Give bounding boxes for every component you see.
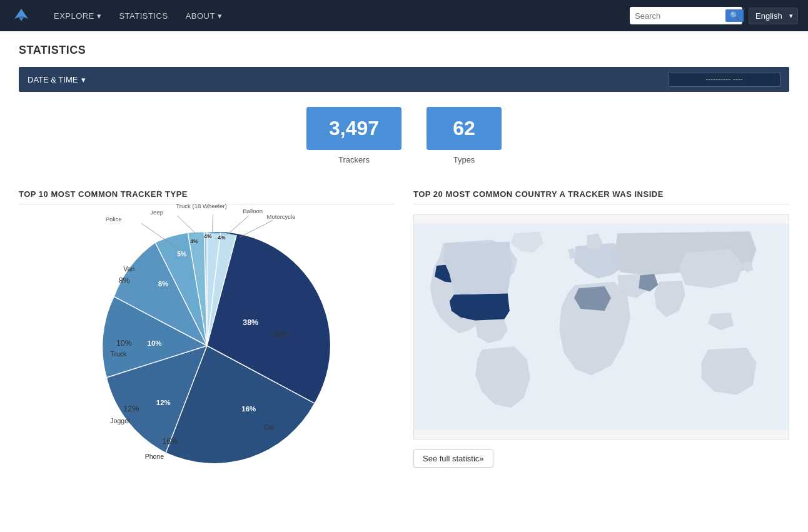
- pie-pct-balloon: 4%: [218, 234, 226, 241]
- china: [679, 249, 743, 288]
- date-time-bar: DATE & TIME ▾: [19, 67, 789, 92]
- plane-icon: [10, 4, 33, 27]
- pie-label-jogger: 12%: [123, 404, 139, 413]
- nav-explore[interactable]: EXPLORE ▾: [45, 0, 110, 31]
- nav-about[interactable]: ABOUT ▾: [177, 0, 231, 31]
- pie-label-car: 38%: [273, 330, 288, 339]
- svg-line-13: [228, 216, 248, 234]
- svg-line-14: [240, 221, 273, 238]
- algeria-highlighted: [574, 286, 611, 311]
- pie-label-van-name: Van: [123, 265, 134, 273]
- date-time-label: DATE & TIME: [28, 75, 78, 84]
- pie-pct-jogger: 12%: [156, 399, 170, 406]
- pie-label-van: 8%: [118, 276, 129, 285]
- search-button[interactable]: 🔍: [725, 9, 744, 22]
- pie-label-police: Police: [105, 216, 121, 223]
- date-time-input[interactable]: [668, 72, 780, 87]
- pie-label-phone: 16%: [162, 438, 178, 446]
- pie-label-18wheeler: Truck (18 Wheeler): [176, 203, 226, 209]
- pie-label-car-name: Car: [263, 423, 274, 431]
- page-title: STATISTICS: [19, 44, 789, 57]
- pie-label-balloon: Balloon: [243, 208, 263, 214]
- nav-statistics[interactable]: STATISTICS: [110, 0, 176, 31]
- types-count: 62: [427, 107, 502, 150]
- navbar: EXPLORE ▾ STATISTICS ABOUT ▾ 🔍 English: [0, 0, 808, 31]
- pie-pct-phone: 16%: [241, 405, 256, 413]
- pie-label-truck: 10%: [116, 339, 131, 348]
- world-map-svg: [414, 215, 789, 439]
- canada: [443, 242, 512, 295]
- svg-line-12: [212, 214, 213, 233]
- main-columns: TOP 10 MOST COMMON TRACKER TYPE: [19, 189, 789, 477]
- pie-chart-section: TOP 10 MOST COMMON TRACKER TYPE: [19, 189, 395, 477]
- brand-logo[interactable]: [10, 4, 33, 27]
- map-container: [413, 214, 789, 439]
- stat-types: 62 Types: [427, 107, 502, 164]
- trackers-label: Trackers: [338, 155, 370, 164]
- page-content: STATISTICS DATE & TIME ▾ 3,497 Trackers …: [0, 31, 808, 489]
- pie-label-truck-name: Truck: [110, 350, 127, 358]
- pie-label-phone-name: Phone: [144, 453, 164, 460]
- pie-pct-18w: 4%: [204, 233, 212, 239]
- pie-pct-truck: 10%: [147, 339, 161, 347]
- pie-pct-car: 38%: [243, 318, 258, 327]
- search-input[interactable]: [635, 11, 725, 21]
- language-selector[interactable]: English: [749, 8, 798, 24]
- chevron-down-icon: ▾: [97, 11, 102, 21]
- pie-chart-title: TOP 10 MOST COMMON TRACKER TYPE: [19, 189, 395, 204]
- svg-line-11: [177, 216, 196, 234]
- search-container: 🔍: [630, 7, 742, 24]
- map-title: TOP 20 MOST COMMON COUNTRY A TRACKER WAS…: [413, 189, 789, 204]
- pie-pct-jeep: 4%: [190, 238, 198, 244]
- see-full-statistic-button[interactable]: See full statistic»: [413, 449, 493, 468]
- language-dropdown[interactable]: English: [749, 8, 798, 24]
- pie-chart-container: 38% Car 16% Phone 12% Jogger 10% Truck 8…: [19, 214, 395, 477]
- pie-chart-svg: 38% Car 16% Phone 12% Jogger 10% Truck 8…: [76, 214, 338, 477]
- trackers-count: 3,497: [306, 107, 401, 150]
- date-time-button[interactable]: DATE & TIME ▾: [28, 75, 86, 84]
- pie-label-jogger-name: Jogger: [110, 417, 131, 424]
- chevron-down-icon: ▾: [218, 11, 223, 21]
- types-label: Types: [453, 155, 475, 164]
- pie-pct-van: 8%: [158, 280, 168, 288]
- pie-label-jeep: Jeep: [150, 209, 163, 216]
- pie-pct-police: 5%: [177, 250, 187, 258]
- pie-label-motorcycle: Motorcycle: [266, 213, 295, 220]
- stats-row: 3,497 Trackers 62 Types: [19, 107, 789, 164]
- map-section: TOP 20 MOST COMMON COUNTRY A TRACKER WAS…: [413, 189, 789, 477]
- stat-trackers: 3,497 Trackers: [306, 107, 401, 164]
- chevron-down-icon: ▾: [81, 75, 86, 84]
